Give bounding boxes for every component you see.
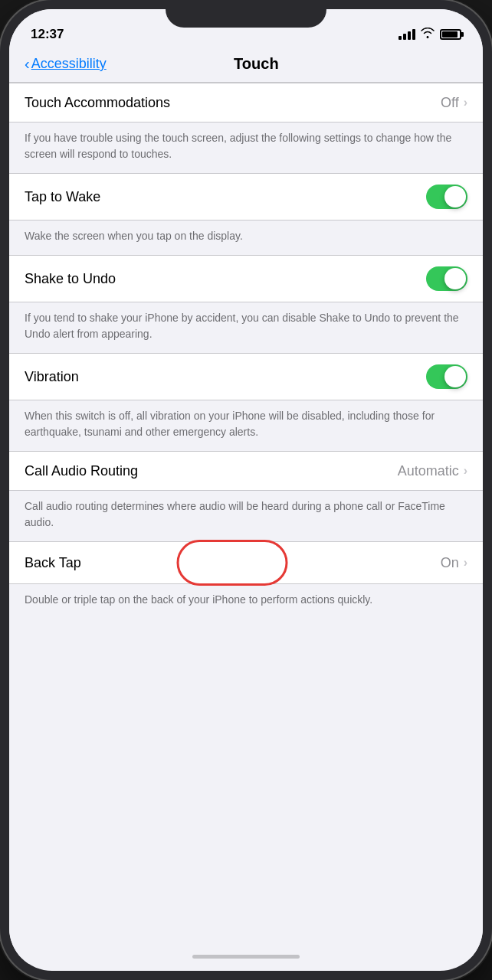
call-audio-desc-text: Call audio routing determines where audi… bbox=[25, 498, 467, 531]
touch-accommodations-desc-text: If you have trouble using the touch scre… bbox=[25, 130, 467, 162]
toggle-thumb bbox=[444, 186, 466, 207]
back-button[interactable]: ‹ Accessibility bbox=[25, 55, 107, 73]
touch-accommodations-row[interactable]: Touch Accommodations Off › bbox=[9, 83, 483, 122]
back-tap-description: Double or triple tap on the back of your… bbox=[9, 584, 483, 619]
notch bbox=[166, 0, 326, 28]
tap-to-wake-section: Tap to Wake Wake the screen when you tap… bbox=[9, 173, 483, 255]
tap-to-wake-desc-text: Wake the screen when you tap on the disp… bbox=[25, 228, 467, 244]
back-tap-highlight-circle bbox=[177, 540, 288, 586]
chevron-right-icon: › bbox=[464, 96, 467, 109]
status-time: 12:37 bbox=[31, 27, 64, 42]
shake-to-undo-section: Shake to Undo If you tend to shake your … bbox=[9, 255, 483, 353]
wifi-icon bbox=[421, 28, 435, 41]
call-audio-label: Call Audio Routing bbox=[25, 463, 398, 479]
vibration-row[interactable]: Vibration bbox=[9, 353, 483, 400]
call-audio-row[interactable]: Call Audio Routing Automatic › bbox=[9, 451, 483, 491]
touch-accommodations-description: If you have trouble using the touch scre… bbox=[9, 122, 483, 173]
call-audio-value: Automatic bbox=[398, 463, 459, 479]
status-icons bbox=[399, 28, 461, 41]
back-tap-section: Back Tap On › Double or triple tap on th… bbox=[9, 541, 483, 619]
chevron-right-icon: › bbox=[464, 464, 467, 478]
home-indicator bbox=[192, 955, 300, 959]
vibration-desc-text: When this switch is off, all vibration o… bbox=[25, 408, 467, 440]
back-tap-label-text: Back Tap bbox=[25, 555, 81, 571]
vibration-section: Vibration When this switch is off, all v… bbox=[9, 353, 483, 451]
page-title: Touch bbox=[107, 55, 406, 73]
shake-to-undo-toggle[interactable] bbox=[426, 266, 467, 291]
shake-to-undo-row[interactable]: Shake to Undo bbox=[9, 255, 483, 302]
shake-to-undo-label: Shake to Undo bbox=[25, 271, 426, 287]
shake-to-undo-desc-text: If you tend to shake your iPhone by acci… bbox=[25, 310, 467, 342]
nav-header: ‹ Accessibility Touch bbox=[9, 49, 483, 83]
tap-to-wake-description: Wake the screen when you tap on the disp… bbox=[9, 220, 483, 255]
tap-to-wake-row[interactable]: Tap to Wake bbox=[9, 173, 483, 220]
battery-icon bbox=[440, 29, 461, 40]
call-audio-description: Call audio routing determines where audi… bbox=[9, 491, 483, 541]
tap-to-wake-label: Tap to Wake bbox=[25, 189, 426, 205]
back-tap-label: Back Tap bbox=[25, 555, 441, 571]
touch-accommodations-section: Touch Accommodations Off › If you have t… bbox=[9, 83, 483, 173]
back-tap-value: On bbox=[441, 555, 459, 571]
back-chevron-icon: ‹ bbox=[25, 55, 30, 73]
toggle-thumb bbox=[444, 366, 466, 387]
touch-accommodations-label: Touch Accommodations bbox=[25, 95, 441, 111]
content-area: Touch Accommodations Off › If you have t… bbox=[9, 83, 483, 964]
vibration-toggle[interactable] bbox=[426, 364, 467, 389]
tap-to-wake-toggle[interactable] bbox=[426, 185, 467, 209]
back-tap-desc-text: Double or triple tap on the back of your… bbox=[25, 592, 467, 608]
touch-accommodations-value: Off bbox=[441, 95, 459, 111]
call-audio-section: Call Audio Routing Automatic › Call audi… bbox=[9, 451, 483, 541]
vibration-label: Vibration bbox=[25, 369, 426, 385]
toggle-thumb bbox=[444, 268, 466, 289]
shake-to-undo-description: If you tend to shake your iPhone by acci… bbox=[9, 302, 483, 353]
back-tap-row[interactable]: Back Tap On › bbox=[9, 541, 483, 584]
phone-frame: 12:37 bbox=[0, 0, 492, 980]
chevron-right-icon: › bbox=[464, 556, 467, 570]
signal-icon bbox=[399, 29, 415, 40]
vibration-description: When this switch is off, all vibration o… bbox=[9, 400, 483, 451]
back-label[interactable]: Accessibility bbox=[31, 56, 107, 72]
screen: 12:37 bbox=[9, 9, 483, 971]
